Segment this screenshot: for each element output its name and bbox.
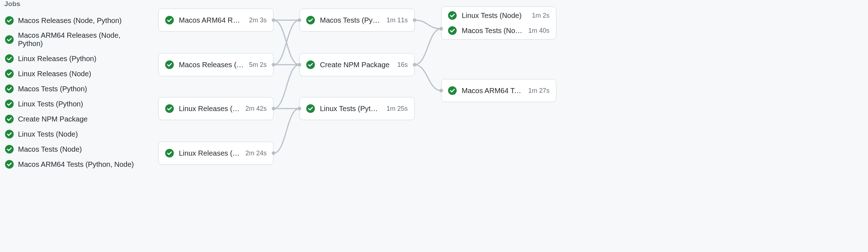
sidebar-item[interactable]: Linux Releases (Node) xyxy=(4,66,148,81)
workflow-graph: Macos ARM64 Releases (N... 2m 3s Macos R… xyxy=(158,0,868,252)
svg-point-19 xyxy=(448,86,457,95)
success-icon xyxy=(5,16,14,25)
svg-point-1 xyxy=(5,35,14,44)
success-icon xyxy=(306,16,315,24)
sidebar-item-label: Macos ARM64 Tests (Python, Node) xyxy=(18,160,134,169)
success-icon xyxy=(5,130,14,138)
svg-point-6 xyxy=(5,115,14,123)
port-dot xyxy=(272,151,275,155)
sidebar-item[interactable]: Linux Releases (Python) xyxy=(4,51,148,66)
job-node-time: 1m 25s xyxy=(386,105,408,113)
success-icon xyxy=(448,86,457,95)
job-node-label: Macos ARM64 Releases (N... xyxy=(179,16,244,24)
port-dot xyxy=(272,63,275,67)
sidebar-item-label: Macos Tests (Python) xyxy=(18,85,87,93)
sidebar-item[interactable]: Macos Tests (Python) xyxy=(4,81,148,96)
job-node-label: Macos Tests (Python) xyxy=(320,16,381,24)
job-node-time: 2m 3s xyxy=(249,17,267,24)
port-dot xyxy=(272,107,275,110)
svg-point-12 xyxy=(165,104,174,113)
job-node-label: Linux Tests (Python) xyxy=(320,105,381,113)
job-node-time: 1m 11s xyxy=(386,17,408,24)
sidebar-item-label: Linux Releases (Node) xyxy=(18,70,91,78)
success-icon xyxy=(165,104,174,113)
success-icon xyxy=(5,54,14,63)
port-dot xyxy=(298,63,301,67)
job-node-linux-tests-python[interactable]: Linux Tests (Python) 1m 25s xyxy=(299,97,415,120)
job-node-time: 1m 27s xyxy=(528,87,550,95)
job-node-macos-tests-python[interactable]: Macos Tests (Python) 1m 11s xyxy=(299,9,415,32)
sidebar-item-label: Linux Releases (Python) xyxy=(18,55,96,63)
job-node-linux-releases-python[interactable]: Linux Releases (Python) 2m 24s xyxy=(158,142,273,165)
job-node-label: Linux Tests (Node) xyxy=(462,12,527,20)
success-icon xyxy=(5,145,14,154)
success-icon xyxy=(165,60,174,69)
success-icon xyxy=(5,160,14,169)
success-icon xyxy=(306,60,315,69)
sidebar-item-label: Macos Tests (Node) xyxy=(18,145,82,154)
port-dot xyxy=(439,89,443,92)
job-node-macos-releases[interactable]: Macos Releases (Node, Pyt... 5m 2s xyxy=(158,53,273,76)
success-icon xyxy=(165,16,174,24)
svg-point-18 xyxy=(448,26,457,35)
port-dot xyxy=(413,63,416,67)
svg-point-11 xyxy=(165,60,174,69)
sidebar-item[interactable]: Create NPM Package xyxy=(4,111,148,127)
job-node-macos-arm64-releases[interactable]: Macos ARM64 Releases (N... 2m 3s xyxy=(158,9,273,32)
success-icon xyxy=(5,69,14,78)
svg-point-3 xyxy=(5,69,14,78)
sidebar-item[interactable]: Linux Tests (Python) xyxy=(4,96,148,111)
job-node-create-npm-package[interactable]: Create NPM Package 16s xyxy=(299,53,415,76)
success-icon xyxy=(5,115,14,123)
svg-point-13 xyxy=(165,149,174,157)
success-icon xyxy=(448,11,457,20)
port-dot xyxy=(439,27,443,31)
job-node-macos-tests-node[interactable]: Macos Tests (Node) 1m 40s xyxy=(448,26,550,35)
job-node-macos-arm64-tests[interactable]: Macos ARM64 Tests (Pyth... 1m 27s xyxy=(441,79,556,102)
job-node-time: 1m 2s xyxy=(532,12,550,19)
success-icon xyxy=(448,26,457,35)
job-node-linux-releases-node[interactable]: Linux Releases (Node) 2m 42s xyxy=(158,97,273,120)
svg-point-14 xyxy=(306,16,315,24)
sidebar-item[interactable]: Macos ARM64 Tests (Python, Node) xyxy=(4,157,148,172)
svg-point-7 xyxy=(5,130,14,138)
job-node-label: Create NPM Package xyxy=(320,61,392,69)
port-dot xyxy=(298,18,301,22)
port-dot xyxy=(272,18,275,22)
job-node-label: Linux Releases (Node) xyxy=(179,105,240,113)
success-icon xyxy=(165,149,174,157)
port-dot xyxy=(298,107,301,110)
success-icon xyxy=(5,35,14,44)
job-node-time: 5m 2s xyxy=(249,61,267,69)
svg-point-4 xyxy=(5,84,14,93)
job-node-label: Macos Tests (Node) xyxy=(462,27,523,35)
sidebar-item[interactable]: Linux Tests (Node) xyxy=(4,127,148,142)
sidebar-item-label: Linux Tests (Node) xyxy=(18,130,78,138)
success-icon xyxy=(306,104,315,113)
job-node-time: 1m 40s xyxy=(528,27,550,35)
svg-point-10 xyxy=(165,16,174,24)
job-node-time: 2m 42s xyxy=(245,105,267,113)
svg-point-5 xyxy=(5,100,14,108)
job-node-time: 2m 24s xyxy=(245,150,267,157)
svg-point-17 xyxy=(448,11,457,20)
job-node-group[interactable]: Linux Tests (Node) 1m 2s Macos Tests (No… xyxy=(441,6,556,40)
port-dot xyxy=(413,18,416,22)
job-node-label: Linux Releases (Python) xyxy=(179,149,240,157)
sidebar-heading: Jobs xyxy=(4,0,148,8)
svg-point-8 xyxy=(5,145,14,154)
success-icon xyxy=(5,84,14,93)
jobs-sidebar: Jobs Macos Releases (Node, Python)Macos … xyxy=(4,0,148,172)
svg-point-2 xyxy=(5,54,14,63)
sidebar-item-label: Create NPM Package xyxy=(18,115,87,123)
job-node-label: Macos Releases (Node, Pyt... xyxy=(179,61,244,69)
sidebar-item[interactable]: Macos Tests (Node) xyxy=(4,142,148,157)
success-icon xyxy=(5,100,14,108)
sidebar-item-label: Macos ARM64 Releases (Node, Python) xyxy=(18,31,146,48)
sidebar-item-label: Macos Releases (Node, Python) xyxy=(18,17,122,25)
job-node-label: Macos ARM64 Tests (Pyth... xyxy=(462,87,523,95)
sidebar-item[interactable]: Macos Releases (Node, Python) xyxy=(4,13,148,28)
svg-point-9 xyxy=(5,160,14,169)
sidebar-item[interactable]: Macos ARM64 Releases (Node, Python) xyxy=(4,28,148,51)
job-node-linux-tests-node[interactable]: Linux Tests (Node) 1m 2s xyxy=(448,11,550,20)
